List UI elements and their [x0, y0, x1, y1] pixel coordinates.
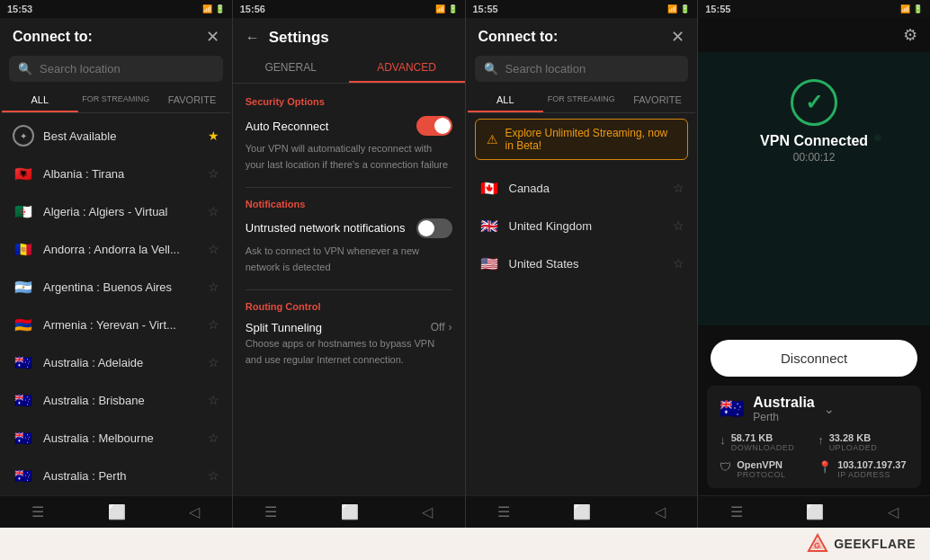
star-icon[interactable]: ☆: [208, 431, 219, 445]
flag-icon: 🇦🇲: [13, 314, 34, 335]
star-icon[interactable]: ☆: [208, 355, 219, 369]
screen3-connect: 15:55 📶 🔋 Connect to: ✕ 🔍 ALL FOR STREAM…: [466, 0, 699, 528]
screen4-bottom-nav: ☰ ⬜ ◁: [698, 495, 930, 528]
tab-all[interactable]: ALL: [2, 89, 78, 112]
star-icon[interactable]: ★: [208, 129, 219, 143]
star-icon[interactable]: ☆: [208, 242, 219, 256]
list-item[interactable]: 🇦🇩 Andorra : Andorra la Vell... ☆: [0, 230, 232, 268]
home-button[interactable]: ⬜: [108, 503, 126, 520]
svg-text:G: G: [814, 541, 820, 550]
back-button[interactable]: ◁: [655, 503, 666, 520]
menu-button[interactable]: ☰: [264, 503, 277, 520]
back-button[interactable]: ←: [246, 30, 260, 46]
vpn-status-box: ✓ VPN Connected 00:00:12: [760, 79, 868, 164]
geekflare-logo: G GEEKFLARE: [807, 533, 916, 555]
flag-icon: 🇬🇧: [478, 215, 500, 236]
location-name: Armenia : Yerevan - Virt...: [43, 318, 199, 332]
list-item[interactable]: 🇦🇷 Argentina : Buenos Aires ☆: [0, 268, 232, 306]
divider: [246, 187, 452, 188]
setting-desc: Ask to connect to VPN whenever a new net…: [246, 245, 419, 272]
back-button[interactable]: ◁: [422, 503, 433, 520]
svg-point-1: [874, 134, 881, 141]
screen2-bottom-nav: ☰ ⬜ ◁: [233, 495, 465, 528]
location-name: Best Available: [43, 129, 199, 143]
screen1-tabs: ALL FOR STREAMING FAVORITE: [2, 89, 230, 113]
home-button[interactable]: ⬜: [806, 503, 824, 520]
tab-streaming[interactable]: FOR STREAMING: [78, 89, 155, 112]
flag-icon: 🇩🇿: [13, 200, 34, 222]
divider: [246, 289, 452, 290]
tab-favorite[interactable]: FAVORITE: [154, 89, 230, 112]
tab-all[interactable]: ALL: [468, 89, 544, 112]
settings-tabs: GENERAL ADVANCED: [233, 54, 465, 84]
flag-icon: 🇦🇺: [13, 427, 34, 449]
location-name: Albania : Tirana: [43, 167, 199, 181]
streaming-banner[interactable]: ⚠ Explore Unlimited Streaming, now in Be…: [475, 119, 689, 160]
back-button[interactable]: ◁: [888, 503, 899, 520]
upload-label: UPLOADED: [829, 443, 878, 452]
stat-downloaded: ↓ 58.71 KB DOWNLOADED: [720, 432, 810, 452]
split-tunneling-value[interactable]: Off ›: [431, 321, 452, 333]
upload-value: 33.28 KB: [829, 432, 878, 443]
location-name: Australia : Melbourne: [43, 431, 199, 445]
search-input[interactable]: [505, 62, 680, 76]
star-icon[interactable]: ☆: [208, 166, 219, 181]
list-item[interactable]: 🇬🇧 United Kingdom ☆: [466, 207, 698, 244]
tab-streaming[interactable]: FOR STREAMING: [543, 89, 620, 112]
search-input[interactable]: [40, 62, 214, 76]
star-icon[interactable]: ☆: [673, 181, 684, 195]
screen3-statusbar: 15:55 📶 🔋: [466, 0, 698, 18]
star-icon[interactable]: ☆: [208, 393, 219, 407]
screen1-location-list: ✦ Best Available ★ 🇦🇱 Albania : Tirana ☆…: [0, 113, 232, 495]
location-name: Australia : Adelaide: [43, 356, 199, 369]
star-icon[interactable]: ☆: [673, 218, 684, 233]
back-button[interactable]: ◁: [189, 503, 200, 520]
tab-favorite[interactable]: FAVORITE: [620, 89, 696, 112]
setting-split-tunneling: Split Tunneling Off › Choose apps or hos…: [246, 321, 452, 368]
screen2-status-icons: 📶 🔋: [435, 4, 458, 13]
star-icon[interactable]: ☆: [673, 256, 684, 271]
location-name: Argentina : Buenos Aires: [43, 280, 199, 294]
star-icon[interactable]: ☆: [208, 468, 219, 483]
flag-icon: 🇦🇺: [720, 397, 744, 421]
list-item[interactable]: 🇺🇸 United States ☆: [466, 244, 698, 282]
tab-general[interactable]: GENERAL: [233, 54, 349, 83]
menu-button[interactable]: ☰: [730, 503, 743, 520]
expand-icon[interactable]: ⌄: [824, 402, 835, 416]
home-button[interactable]: ⬜: [341, 503, 359, 520]
list-item[interactable]: 🇦🇺 Australia : Brisbane ☆: [0, 381, 232, 419]
stat-protocol: 🛡 OpenVPN PROTOCOL: [720, 459, 810, 479]
location-name: Andorra : Andorra la Vell...: [43, 243, 199, 256]
list-item[interactable]: 🇩🇿 Algeria : Algiers - Virtual ☆: [0, 192, 232, 230]
menu-button[interactable]: ☰: [31, 503, 44, 520]
stats-grid: ↓ 58.71 KB DOWNLOADED ↑ 33.28 KB UPLOADE…: [720, 432, 908, 479]
download-icon: ↓: [720, 433, 726, 447]
geekflare-text: GEEKFLARE: [834, 537, 916, 551]
list-item[interactable]: ✦ Best Available ★: [0, 117, 232, 155]
list-item[interactable]: 🇦🇱 Albania : Tirana ☆: [0, 155, 232, 192]
star-icon[interactable]: ☆: [208, 280, 219, 294]
settings-title: Settings: [269, 29, 329, 47]
list-item[interactable]: 🇨🇦 Canada ☆: [466, 169, 698, 207]
close-button[interactable]: ✕: [206, 27, 219, 47]
list-item[interactable]: 🇦🇺 Australia : Melbourne ☆: [0, 419, 232, 457]
close-button[interactable]: ✕: [671, 27, 684, 47]
gear-icon[interactable]: ⚙: [903, 25, 917, 45]
list-item[interactable]: 🇦🇲 Armenia : Yerevan - Virt... ☆: [0, 306, 232, 343]
home-button[interactable]: ⬜: [573, 503, 591, 520]
location-name: Australia : Perth: [43, 469, 199, 483]
setting-desc: Choose apps or hostnames to bypass VPN a…: [246, 338, 434, 365]
star-icon[interactable]: ☆: [208, 204, 219, 218]
tab-advanced[interactable]: ADVANCED: [349, 54, 465, 83]
auto-reconnect-toggle[interactable]: [416, 116, 452, 136]
flag-icon: 🇦🇩: [13, 238, 34, 260]
notifications-toggle[interactable]: [416, 218, 452, 238]
screen4-statusbar: 15:55 📶 🔋: [698, 0, 930, 18]
menu-button[interactable]: ☰: [497, 503, 510, 520]
location-card: 🇦🇺 Australia Perth ⌄ ↓ 58.71 KB DOWNLOAD…: [707, 386, 921, 488]
star-icon[interactable]: ☆: [208, 317, 219, 332]
disconnect-button[interactable]: Disconnect: [711, 340, 917, 377]
list-item[interactable]: 🇦🇺 Australia : Adelaide ☆: [0, 343, 232, 381]
list-item[interactable]: 🇦🇺 Australia : Perth ☆: [0, 457, 232, 494]
setting-label: Untrusted network notifications: [246, 221, 406, 235]
